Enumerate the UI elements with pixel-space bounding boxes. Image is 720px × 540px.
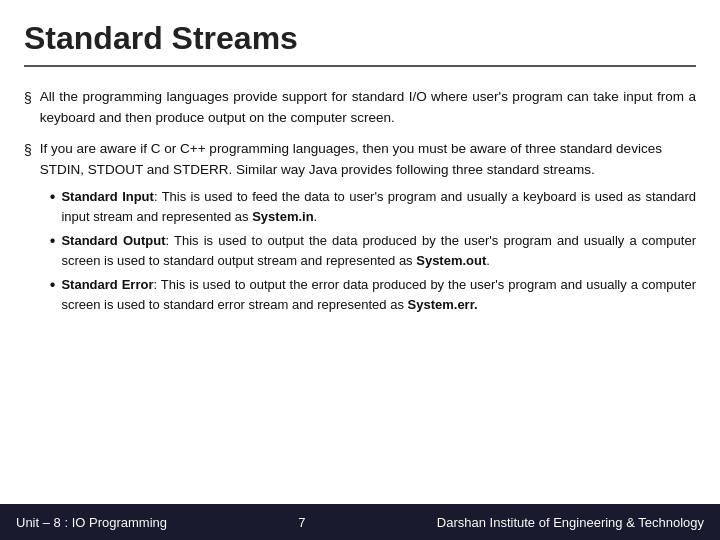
bullet-1-text: All the programming languages provide su… bbox=[40, 87, 696, 129]
footer-center: 7 bbox=[298, 515, 305, 530]
sub-bullet-2-after: . bbox=[486, 253, 490, 268]
sub-bullet-1-code: System.in bbox=[252, 209, 313, 224]
sub-bullet-1-dot: • bbox=[50, 187, 56, 208]
footer-right: Darshan Institute of Engineering & Techn… bbox=[437, 515, 704, 530]
slide: Standard Streams § All the programming l… bbox=[0, 0, 720, 540]
bullet-1: § All the programming languages provide … bbox=[24, 87, 696, 129]
sub-bullet-3-text: Standard Error: This is used to output t… bbox=[61, 275, 696, 315]
sub-bullet-2-bold: Standard Output bbox=[61, 233, 165, 248]
sub-bullet-1-body: : This is used to feed the data to user'… bbox=[61, 189, 696, 224]
sub-bullet-1: • Standard Input: This is used to feed t… bbox=[50, 187, 696, 227]
sub-bullet-2: • Standard Output: This is used to outpu… bbox=[50, 231, 696, 271]
content-area: § All the programming languages provide … bbox=[24, 77, 696, 504]
sub-bullets: • Standard Input: This is used to feed t… bbox=[50, 187, 696, 316]
bullet-2: § If you are aware if C or C++ programmi… bbox=[24, 139, 696, 316]
sub-bullet-2-text: Standard Output: This is used to output … bbox=[61, 231, 696, 271]
bullet-2-symbol: § bbox=[24, 140, 32, 162]
sub-bullet-3-code: System.err. bbox=[408, 297, 478, 312]
footer: Unit – 8 : IO Programming 7 Darshan Inst… bbox=[0, 504, 720, 540]
bullet-2-text: If you are aware if C or C++ programming… bbox=[40, 141, 662, 177]
sub-bullet-2-dot: • bbox=[50, 231, 56, 252]
footer-left: Unit – 8 : IO Programming bbox=[16, 515, 167, 530]
sub-bullet-3-bold: Standard Error bbox=[61, 277, 153, 292]
slide-title: Standard Streams bbox=[24, 20, 696, 67]
sub-bullet-2-code: System.out bbox=[416, 253, 486, 268]
sub-bullet-3-dot: • bbox=[50, 275, 56, 296]
sub-bullet-3-body: : This is used to output the error data … bbox=[61, 277, 696, 312]
bullet-1-symbol: § bbox=[24, 88, 32, 110]
sub-bullet-1-text: Standard Input: This is used to feed the… bbox=[61, 187, 696, 227]
sub-bullet-1-after: . bbox=[314, 209, 318, 224]
sub-bullet-1-bold: Standard Input bbox=[61, 189, 153, 204]
sub-bullet-3: • Standard Error: This is used to output… bbox=[50, 275, 696, 315]
